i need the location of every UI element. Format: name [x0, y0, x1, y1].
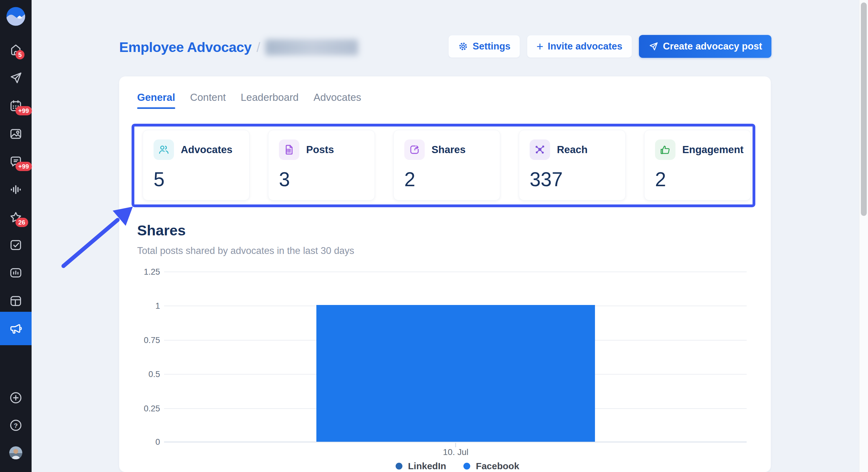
shares-bar-chart: 1.25 1 0.75 0.5 0.25 0 10. Jul LinkedIn …: [164, 272, 747, 442]
boards-layout-icon: [9, 294, 23, 308]
gridline: [164, 272, 747, 272]
facebook-dot-icon: [463, 463, 470, 470]
account-name-blurred: [265, 39, 358, 55]
page-header: Employee Advocacy /: [119, 36, 358, 58]
avatar: [9, 446, 23, 460]
network-icon: [534, 143, 546, 156]
stat-label: Reach: [557, 144, 588, 156]
sidebar-item-add[interactable]: [0, 384, 32, 412]
stat-value: 2: [404, 168, 415, 191]
listening-waveform-icon: [9, 182, 23, 197]
vista-social-logo[interactable]: [6, 6, 26, 27]
scrollbar-thumb[interactable]: [861, 2, 867, 216]
x-axis-line: [164, 442, 747, 442]
stat-label: Engagement: [682, 144, 744, 156]
sidebar-item-calendar[interactable]: +99: [0, 92, 32, 120]
y-tick-label: 0.75: [125, 336, 160, 345]
logo-icon: [6, 6, 26, 27]
bar-facebook[interactable]: [316, 305, 595, 442]
y-tick-label: 0: [125, 437, 160, 447]
invite-label: Invite advocates: [548, 41, 622, 52]
sidebar-item-help[interactable]: ?: [0, 411, 32, 439]
thumbs-up-icon: [659, 143, 672, 156]
stat-card-engagement: Engagement 2: [644, 130, 751, 200]
legend-item-facebook[interactable]: Facebook: [463, 461, 519, 471]
media-image-icon: [9, 127, 23, 141]
section-subtitle: Total posts shared by advocates in the l…: [137, 245, 354, 257]
employee-advocacy-page: 5 +99 +: [0, 0, 868, 472]
scrollbar-track[interactable]: [859, 0, 868, 472]
paper-plane-icon: [648, 41, 659, 52]
sidebar-item-tasks[interactable]: [0, 231, 32, 259]
legend-label: Facebook: [476, 461, 519, 471]
reports-chart-icon: [9, 266, 23, 280]
stat-value: 2: [655, 168, 666, 191]
plus-circle-icon: [9, 391, 23, 405]
document-icon: [283, 143, 295, 156]
stat-icon-box: [404, 139, 425, 160]
reviews-badge: 26: [16, 218, 28, 227]
sidebar-item-publish[interactable]: [0, 64, 32, 92]
legend-item-linkedin[interactable]: LinkedIn: [396, 461, 446, 471]
legend-label: LinkedIn: [408, 461, 446, 471]
stat-value: 3: [279, 168, 290, 191]
sidebar-item-listening[interactable]: [0, 176, 32, 204]
sidebar-item-profile[interactable]: [0, 439, 32, 467]
section-title: Shares: [137, 222, 186, 239]
tab-content[interactable]: Content: [190, 92, 226, 109]
stat-icon-box: [154, 139, 174, 160]
x-tick-mark: [455, 443, 456, 447]
stat-label: Advocates: [181, 144, 232, 156]
x-tick-label: 10. Jul: [434, 447, 477, 457]
tab-bar: General Content Leaderboard Advocates: [137, 92, 361, 109]
users-icon: [158, 143, 170, 156]
sidebar: 5 +99 +: [0, 0, 32, 472]
chart-legend: LinkedIn Facebook: [396, 461, 519, 471]
stat-label: Posts: [306, 144, 334, 156]
sidebar-item-reviews[interactable]: 26: [0, 204, 32, 231]
inbox-badge: +99: [16, 162, 32, 171]
stat-icon-box: [530, 139, 550, 160]
y-tick-label: 1.25: [125, 267, 160, 277]
megaphone-icon: [9, 322, 23, 336]
stat-icon-box: [655, 139, 676, 160]
create-advocacy-post-button[interactable]: Create advocacy post: [639, 35, 771, 58]
invite-advocates-button[interactable]: + Invite advocates: [527, 35, 632, 58]
share-arrow-icon: [408, 143, 421, 156]
settings-button[interactable]: Settings: [448, 35, 520, 58]
stat-label: Shares: [432, 144, 466, 156]
sidebar-item-inbox[interactable]: +99: [0, 147, 32, 175]
home-badge: 5: [16, 50, 25, 59]
sidebar-item-reports[interactable]: [0, 259, 32, 287]
stat-card-shares: Shares 2: [394, 130, 500, 200]
sidebar-item-boards[interactable]: [0, 287, 32, 315]
sidebar-item-media[interactable]: [0, 120, 32, 148]
tab-leaderboard[interactable]: Leaderboard: [241, 92, 299, 109]
y-tick-label: 1: [125, 301, 160, 311]
tasks-check-icon: [9, 238, 23, 252]
y-tick-label: 0.25: [125, 404, 160, 413]
settings-label: Settings: [473, 41, 510, 52]
stat-card-advocates: Advocates 5: [143, 130, 249, 200]
sidebar-item-advocacy[interactable]: [0, 312, 32, 345]
sidebar-item-home[interactable]: 5: [0, 36, 32, 64]
page-title: Employee Advocacy: [119, 39, 252, 55]
create-label: Create advocacy post: [663, 41, 762, 52]
plus-icon: +: [536, 40, 543, 52]
stat-value: 337: [530, 168, 563, 191]
tab-general[interactable]: General: [137, 92, 175, 109]
stat-card-reach: Reach 337: [519, 130, 626, 200]
tab-advocates[interactable]: Advocates: [314, 92, 361, 109]
stat-value: 5: [154, 168, 165, 191]
stat-icon-box: [279, 139, 299, 160]
gear-icon: [458, 41, 468, 52]
stat-card-posts: Posts 3: [268, 130, 375, 200]
send-icon: [9, 71, 23, 85]
y-tick-label: 0.5: [125, 370, 160, 379]
question-circle-icon: ?: [9, 418, 23, 432]
svg-text:?: ?: [14, 422, 18, 429]
calendar-badge: +99: [16, 106, 32, 115]
breadcrumb-separator: /: [257, 40, 260, 55]
header-actions: Settings + Invite advocates Create advoc…: [448, 35, 771, 58]
linkedin-dot-icon: [396, 463, 402, 470]
